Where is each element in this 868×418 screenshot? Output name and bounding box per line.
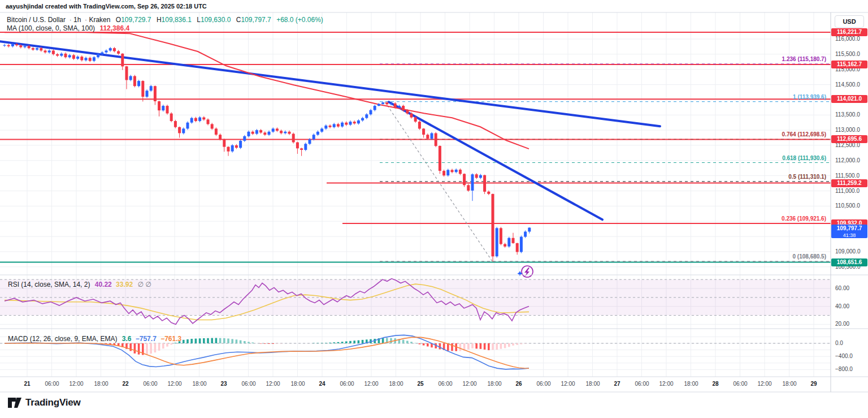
time-axis-day: 26 — [506, 381, 531, 387]
price-badge: 112,695.6 — [831, 135, 867, 143]
macd-value: −757.7 — [136, 335, 157, 343]
macd-legend[interactable]: MACD (12, 26, close, 9, EMA, EMA) 3.6 −7… — [8, 335, 181, 343]
low-value: 109,630.0 — [201, 16, 231, 24]
time-axis-label: 12:00 — [457, 381, 482, 387]
macd-signal-value: −761.3 — [160, 335, 181, 343]
rsi-axis-tick: 60.00 — [835, 285, 849, 291]
time-axis-label: 06:00 — [236, 381, 261, 387]
time-axis-label: 12:00 — [752, 381, 777, 387]
price-badge: 108,651.6 — [831, 258, 867, 266]
price-badge: 114,021.0 — [831, 95, 867, 103]
time-axis-day: 21 — [15, 381, 40, 387]
time-axis-label: 18:00 — [679, 381, 704, 387]
tradingview-logo-icon — [8, 397, 21, 409]
macd-axis-tick: 0.0 — [835, 340, 843, 346]
price-axis-tick: 114,500.0 — [835, 81, 860, 88]
time-axis-label: 06:00 — [728, 381, 753, 387]
countdown: 41:38 — [831, 231, 867, 239]
time-axis-label: 12:00 — [162, 381, 187, 387]
price-axis-tick: 112,000.0 — [835, 157, 860, 163]
time-axis-label: 12:00 — [261, 381, 285, 387]
macd-axis-tick: −400.0 — [835, 353, 853, 359]
price-badge: 111,259.2 — [831, 179, 867, 187]
price-axis-tick: 109,000.0 — [835, 248, 861, 255]
price-axis-tick: 115,500.0 — [835, 51, 860, 57]
time-axis-label: 18:00 — [384, 381, 409, 387]
rsi-legend[interactable]: RSI (14, close, SMA, 14, 2) 40.22 33.92 … — [8, 281, 151, 288]
time-axis-label: 06:00 — [138, 381, 163, 387]
price-axis-tick: 110,500.0 — [835, 202, 860, 209]
trendlines[interactable] — [0, 41, 660, 219]
time-axis-label: 06:00 — [433, 381, 458, 387]
time-axis-label: 06:00 — [630, 381, 654, 387]
time-axis-label: 18:00 — [482, 381, 507, 387]
time-axis-day: 28 — [703, 381, 728, 387]
change-value: +68.0 (+0.06%) — [276, 16, 323, 24]
time-axis-label: 12:00 — [64, 381, 89, 387]
time-axis-label: 18:00 — [89, 381, 114, 387]
time-axis-day: 23 — [211, 381, 236, 387]
price-axis-tick: 116,000.0 — [835, 36, 860, 42]
time-axis-label: 18:00 — [580, 381, 605, 387]
time-axis-label: 12:00 — [555, 381, 580, 387]
high-value: 109,836.1 — [162, 16, 192, 24]
macd-axis-tick: −800.0 — [835, 366, 853, 372]
rsi-ma-value: 33.92 — [116, 281, 133, 288]
fib-label: 0.764 (112,698.5) — [650, 131, 826, 137]
time-axis-label: 12:00 — [654, 381, 679, 387]
time-axis-label: 06:00 — [531, 381, 556, 387]
open-value: 109,729.7 — [121, 16, 151, 24]
time-axis-label: 18:00 — [285, 381, 310, 387]
close-value: 109,797.7 — [241, 16, 271, 24]
price-badge: 116,221.7 — [831, 28, 867, 36]
price-axis-tick: 113,500.0 — [835, 111, 860, 118]
grid-price — [0, 39, 831, 369]
price-axis-tick: 111,000.0 — [835, 188, 860, 194]
price-axis-tick: 111,500.0 — [835, 173, 860, 179]
rsi-axis-tick: 20.00 — [835, 321, 849, 327]
rsi-value: 40.22 — [95, 281, 112, 288]
exchange-label: Kraken — [89, 16, 110, 24]
fib-label: 0.236 (109,921.6) — [650, 216, 826, 222]
price-badge: 109,797.741:38 — [831, 225, 867, 238]
time-axis-day: 22 — [113, 381, 138, 387]
time-axis-day: 24 — [310, 381, 335, 387]
price-axis-tick: 113,000.0 — [835, 127, 860, 133]
time-axis-label: 06:00 — [335, 381, 359, 387]
ma100-line[interactable] — [5, 32, 529, 149]
macd-hist-value: 3.6 — [122, 335, 132, 343]
currency-button[interactable]: USD — [835, 15, 864, 28]
symbol-title: Bitcoin / U.S. Dollar — [7, 16, 66, 24]
fib-label: 1.236 (115,180.7) — [650, 56, 826, 62]
tradingview-logo[interactable]: TradingView — [8, 397, 81, 409]
tradingview-chart-page: { "watermark": "aayushjindal created wit… — [0, 0, 868, 418]
fib-label: 0.618 (111,930.6) — [650, 155, 826, 161]
interval-label: 1h — [73, 16, 81, 24]
time-axis-label: 12:00 — [359, 381, 384, 387]
time-axis-label: 06:00 — [40, 381, 64, 387]
time-axis-label: 18:00 — [777, 381, 802, 387]
fib-label: 0 (108,680.5) — [650, 253, 826, 260]
time-axis-day: 29 — [801, 381, 826, 387]
fib-label: 1 (113,939.6) — [650, 94, 826, 100]
price-badge: 115,162.7 — [831, 61, 867, 68]
ma-legend[interactable]: MA (100, close, 0, SMA, 100) 112,386.4 — [7, 24, 129, 32]
rsi-axis-tick: 40.00 — [835, 303, 849, 309]
lightning-marker[interactable] — [517, 266, 533, 277]
ma-value: 112,386.4 — [99, 24, 129, 32]
time-axis-day: 27 — [605, 381, 630, 387]
grid-vertical — [27, 12, 814, 377]
time-axis-day: 25 — [408, 381, 433, 387]
time-axis-label: 18:00 — [187, 381, 212, 387]
symbol-legend[interactable]: Bitcoin / U.S. Dollar · 1h · Kraken O109… — [7, 16, 323, 24]
tradingview-logo-text: TradingView — [25, 397, 81, 408]
fib-label: 0.5 (111,310.1) — [650, 174, 826, 180]
